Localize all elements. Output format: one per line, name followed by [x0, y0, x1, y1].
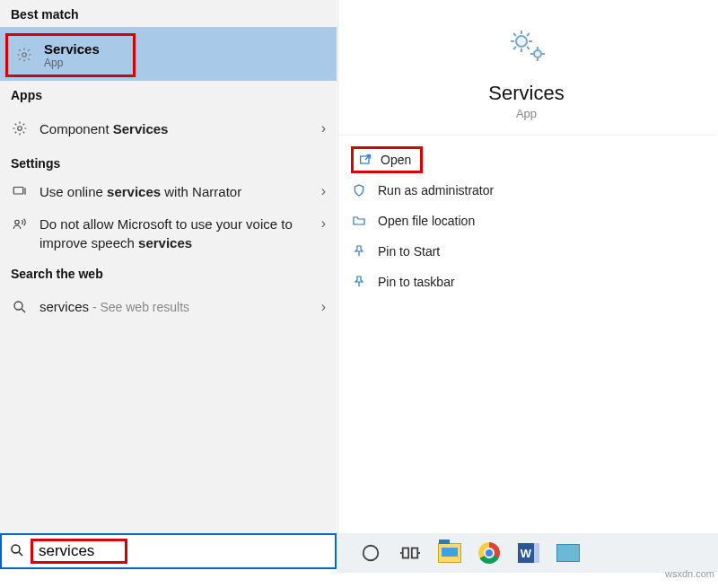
- services-app-icon: [502, 23, 552, 69]
- watermark: wsxdn.com: [665, 568, 714, 579]
- svg-point-1: [18, 127, 22, 131]
- web-result-label: services - See web results: [39, 299, 311, 314]
- narrator-icon: [11, 183, 29, 199]
- search-results-pane: Best match Services App Apps: [0, 0, 337, 534]
- taskbar: W: [337, 533, 718, 573]
- preview-pane: Services App Open Run as administrator: [337, 0, 714, 534]
- best-match-subtitle: App: [44, 57, 100, 69]
- generic-app-icon[interactable]: [556, 541, 580, 565]
- search-icon: [11, 299, 29, 315]
- speech-icon: [11, 215, 29, 232]
- search-web-header: Search the web: [0, 259, 337, 286]
- setting-result-speech[interactable]: Do not allow Microsoft to use your voice…: [0, 208, 337, 259]
- action-open-location[interactable]: Open file location: [351, 206, 702, 236]
- search-bar[interactable]: [0, 533, 337, 569]
- gear-icon: [15, 47, 33, 63]
- chevron-right-icon: ›: [321, 215, 326, 232]
- task-view-icon[interactable]: [398, 541, 422, 565]
- action-pin-taskbar[interactable]: Pin to taskbar: [351, 267, 702, 297]
- svg-rect-10: [403, 549, 408, 558]
- setting-label: Use online services with Narrator: [39, 183, 311, 201]
- gear-small-icon: [11, 120, 29, 136]
- search-icon: [9, 542, 25, 561]
- app-result-component-services[interactable]: Component Services ›: [0, 108, 337, 149]
- svg-point-6: [534, 50, 541, 57]
- search-input[interactable]: [39, 542, 119, 560]
- action-label: Pin to Start: [378, 244, 440, 259]
- chevron-right-icon: ›: [321, 299, 326, 315]
- svg-rect-2: [13, 188, 23, 195]
- svg-point-5: [516, 36, 527, 47]
- best-match-title: Services: [44, 41, 100, 57]
- word-icon[interactable]: W: [517, 541, 540, 565]
- chevron-right-icon: ›: [321, 183, 326, 199]
- setting-label: Do not allow Microsoft to use your voice…: [39, 215, 311, 252]
- svg-point-8: [12, 545, 20, 553]
- pin-icon: [351, 275, 367, 289]
- svg-point-4: [14, 302, 22, 310]
- settings-header: Settings: [0, 149, 337, 176]
- pin-icon: [351, 244, 367, 259]
- svg-point-0: [22, 53, 27, 57]
- action-pin-start[interactable]: Pin to Start: [351, 236, 702, 267]
- action-open[interactable]: Open: [351, 145, 702, 175]
- open-icon: [357, 153, 373, 167]
- best-match-header: Best match: [0, 0, 337, 27]
- file-explorer-icon[interactable]: [438, 541, 461, 565]
- action-run-admin[interactable]: Run as administrator: [351, 175, 702, 206]
- svg-rect-11: [412, 549, 417, 558]
- best-match-row[interactable]: Services App: [0, 27, 337, 81]
- chrome-icon[interactable]: [477, 541, 501, 565]
- action-label: Pin to taskbar: [378, 275, 455, 289]
- svg-point-3: [15, 221, 20, 225]
- cortana-icon[interactable]: [359, 541, 382, 565]
- web-result[interactable]: services - See web results ›: [0, 286, 337, 328]
- preview-title: Services: [347, 82, 705, 105]
- preview-subtitle: App: [347, 107, 705, 120]
- folder-icon: [351, 214, 367, 228]
- setting-result-narrator[interactable]: Use online services with Narrator ›: [0, 176, 337, 208]
- action-open-label: Open: [381, 153, 411, 167]
- action-label: Run as administrator: [378, 183, 494, 197]
- action-label: Open file location: [378, 214, 475, 228]
- shield-icon: [351, 183, 367, 197]
- svg-point-9: [363, 546, 379, 561]
- apps-header: Apps: [0, 81, 337, 108]
- chevron-right-icon: ›: [321, 120, 326, 136]
- app-result-label: Component Services: [39, 121, 311, 136]
